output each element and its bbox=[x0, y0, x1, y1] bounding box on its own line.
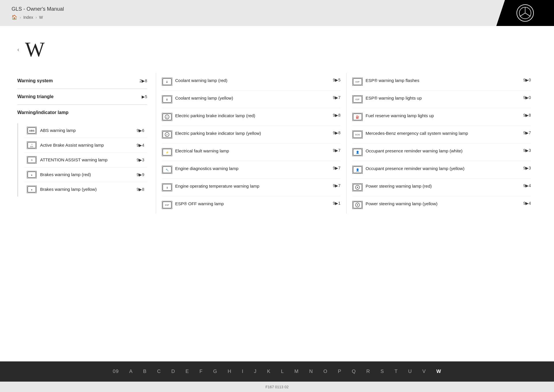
footer-item-S[interactable]: S bbox=[375, 369, 389, 374]
index-content: Warning system 2▶8 Warning triangle ▶5 W… bbox=[17, 73, 537, 214]
parking-brake-red-icon: P bbox=[162, 113, 172, 121]
footer-item-U[interactable]: U bbox=[403, 369, 417, 374]
list-item[interactable]: ⛽ Fuel reserve warning lamp lights up 9▶… bbox=[352, 108, 531, 126]
svg-text:👤: 👤 bbox=[356, 150, 360, 154]
mid-column: 🌡 Coolant warning lamp (red) 9▶5 🌡 Coola… bbox=[156, 73, 346, 214]
alphabet-nav: 09 A B C D E F G H I J K L M N O P Q R S… bbox=[108, 369, 446, 374]
list-item[interactable]: 🔧 Engine diagnostics warning lamp 9▶7 bbox=[162, 161, 340, 179]
occupant-yellow-label: Occupant presence reminder warning lamp … bbox=[366, 166, 520, 171]
footer-item-W[interactable]: W bbox=[431, 369, 446, 374]
footer-item-A[interactable]: A bbox=[124, 369, 138, 374]
svg-text:SOS: SOS bbox=[355, 133, 360, 136]
list-item[interactable]: Power steering warning lamp (yellow) 9▶4 bbox=[352, 196, 531, 214]
brakes-red-left: ● Brakes warning lamp (red) bbox=[27, 171, 134, 178]
header-title: GLS - Owner's Manual bbox=[12, 6, 485, 12]
coolant-yellow-label: Coolant warning lamp (yellow) bbox=[175, 95, 330, 101]
footer-item-I[interactable]: I bbox=[237, 369, 249, 374]
list-item[interactable]: Power steering warning lamp (red) 9▶4 bbox=[352, 179, 531, 196]
footer-item-V[interactable]: V bbox=[417, 369, 431, 374]
list-item[interactable]: ⚡ Electrical fault warning lamp 9▶7 bbox=[162, 143, 340, 161]
warning-system-page: 2▶8 bbox=[139, 79, 147, 83]
coolant-yellow-page: 9▶7 bbox=[333, 95, 340, 100]
list-item[interactable]: P Electric parking brake indicator lamp … bbox=[162, 126, 340, 143]
footer-item-N[interactable]: N bbox=[304, 369, 318, 374]
engine-diag-page: 9▶7 bbox=[333, 166, 340, 170]
elec-fault-page: 9▶7 bbox=[333, 148, 340, 153]
list-item[interactable]: ⚠ BRK Active Brake Assist warning lamp 9… bbox=[24, 138, 147, 153]
footer-item-M[interactable]: M bbox=[289, 369, 304, 374]
brakes-yellow-label: Brakes warning lamp (yellow) bbox=[40, 186, 97, 192]
list-item[interactable]: ● Brakes warning lamp (red) 9▶9 bbox=[24, 167, 147, 182]
list-item[interactable]: ESP ESP® warning lamp lights up 9▶0 bbox=[352, 91, 531, 108]
list-item[interactable]: 👤 Occupant presence reminder warning lam… bbox=[352, 161, 531, 179]
list-item[interactable]: SOS Mercedes-Benz emergency call system … bbox=[352, 126, 531, 143]
header-logo bbox=[496, 0, 554, 26]
footer-item-09[interactable]: 09 bbox=[108, 369, 124, 374]
occupant-white-label: Occupant presence reminder warning lamp … bbox=[366, 148, 520, 154]
footer-item-Q[interactable]: Q bbox=[347, 369, 361, 374]
list-item[interactable]: ☕ ATTENTION ASSIST warning lamp 9▶3 bbox=[24, 153, 147, 167]
brakes-red-page: 9▶9 bbox=[136, 172, 144, 177]
power-steer-yellow-page: 9▶4 bbox=[523, 201, 531, 206]
home-icon[interactable]: 🏠 bbox=[12, 14, 17, 20]
attention-assist-left: ☕ ATTENTION ASSIST warning lamp bbox=[27, 156, 134, 164]
prev-letter-button[interactable]: ‹ bbox=[17, 46, 19, 53]
occupant-yellow-icon: 👤 bbox=[352, 166, 363, 174]
main-entry-warning-system[interactable]: Warning system 2▶8 bbox=[17, 73, 147, 89]
list-item[interactable]: ABS ABS warning lamp 9▶6 bbox=[24, 123, 147, 138]
list-item[interactable]: 🌡 Coolant warning lamp (red) 9▶5 bbox=[162, 73, 340, 91]
occupant-yellow-page: 9▶3 bbox=[523, 166, 531, 170]
footer-item-K[interactable]: K bbox=[262, 369, 276, 374]
sub-entries: ABS ABS warning lamp 9▶6 ⚠ BRK bbox=[17, 123, 147, 197]
footer-item-B[interactable]: B bbox=[138, 369, 152, 374]
fuel-page: 9▶8 bbox=[523, 113, 531, 117]
esp-flash-page: 9▶0 bbox=[523, 78, 531, 82]
coolant-red-page: 9▶5 bbox=[333, 78, 340, 82]
list-item[interactable]: 🌡 Engine operating temperature warning l… bbox=[162, 179, 340, 196]
svg-text:BRK: BRK bbox=[30, 146, 33, 148]
footer-item-H[interactable]: H bbox=[222, 369, 237, 374]
list-item[interactable]: ESP ESP® OFF warning lamp 9▶1 bbox=[162, 196, 340, 214]
list-item[interactable]: 🌡 Coolant warning lamp (yellow) 9▶7 bbox=[162, 91, 340, 108]
list-item[interactable]: ● Brakes warning lamp (yellow) 9▶8 bbox=[24, 182, 147, 197]
warning-system-label: Warning system bbox=[17, 78, 53, 83]
svg-text:⚡: ⚡ bbox=[166, 151, 169, 154]
esp-off-icon: ESP bbox=[162, 201, 172, 209]
parking-brake-yellow-page: 9▶8 bbox=[333, 130, 340, 135]
footer-item-F[interactable]: F bbox=[194, 369, 208, 374]
footer-item-L[interactable]: L bbox=[276, 369, 289, 374]
footer-item-J[interactable]: J bbox=[249, 369, 262, 374]
svg-text:🔧: 🔧 bbox=[166, 168, 169, 172]
list-item[interactable]: ESP ESP® warning lamp flashes 9▶0 bbox=[352, 73, 531, 91]
footer-item-C[interactable]: C bbox=[152, 369, 166, 374]
svg-text:ESP: ESP bbox=[165, 204, 169, 206]
svg-text:⚠: ⚠ bbox=[31, 143, 33, 145]
engine-temp-page: 9▶7 bbox=[333, 183, 340, 188]
footer-item-P[interactable]: P bbox=[333, 369, 347, 374]
attention-assist-page: 9▶3 bbox=[136, 158, 144, 162]
warning-triangle-label: Warning triangle bbox=[17, 94, 54, 99]
list-item[interactable]: P Electric parking brake indicator lamp … bbox=[162, 108, 340, 126]
fuel-label: Fuel reserve warning lamp lights up bbox=[366, 113, 520, 119]
engine-temp-label: Engine operating temperature warning lam… bbox=[175, 183, 330, 189]
svg-text:⛽: ⛽ bbox=[356, 115, 360, 119]
main-entry-warning-triangle[interactable]: Warning triangle ▶5 bbox=[17, 89, 147, 105]
svg-text:P: P bbox=[166, 134, 168, 136]
breadcrumb-index[interactable]: Index bbox=[23, 15, 33, 20]
attention-assist-icon: ☕ bbox=[27, 156, 37, 164]
footer-item-D[interactable]: D bbox=[166, 369, 180, 374]
svg-text:●: ● bbox=[31, 174, 33, 176]
breadcrumb-sep-1: › bbox=[20, 15, 21, 20]
warning-lamp-label: Warning/indicator lamp bbox=[17, 110, 68, 115]
footer-item-T[interactable]: T bbox=[389, 369, 403, 374]
list-item[interactable]: 👤 Occupant presence reminder warning lam… bbox=[352, 143, 531, 161]
footer-item-G[interactable]: G bbox=[208, 369, 222, 374]
footer-item-E[interactable]: E bbox=[180, 369, 194, 374]
breadcrumb-current: W bbox=[39, 15, 43, 20]
esp-light-page: 9▶0 bbox=[523, 95, 531, 100]
footer-item-R[interactable]: R bbox=[361, 369, 375, 374]
esp-off-label: ESP® OFF warning lamp bbox=[175, 201, 330, 207]
footer-item-O[interactable]: O bbox=[318, 369, 333, 374]
emergency-call-icon: SOS bbox=[352, 130, 363, 139]
abs-icon: ABS bbox=[27, 127, 37, 134]
